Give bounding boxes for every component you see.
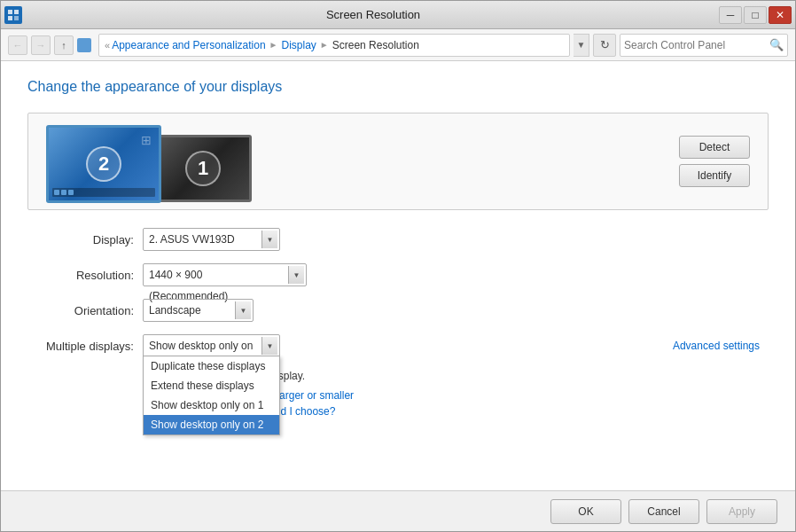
monitor-2[interactable]: 2 ⊞ [46, 125, 161, 203]
taskbar-dot-3 [68, 190, 74, 195]
titlebar: Screen Resolution ─ □ ✕ [1, 1, 795, 29]
multiple-displays-select[interactable]: Show desktop only on 2 ▼ [143, 334, 280, 357]
search-input[interactable] [624, 39, 769, 51]
maximize-button[interactable]: □ [744, 6, 767, 24]
monitors-container: 2 ⊞ 1 [46, 125, 252, 203]
refresh-button[interactable]: ↻ [593, 34, 616, 57]
cancel-button[interactable]: Cancel [628, 499, 699, 524]
search-box: 🔍 [620, 34, 788, 57]
resolution-arrow-icon: ▼ [288, 266, 304, 284]
identify-button[interactable]: Identify [679, 164, 750, 187]
multiple-label: Multiple displays: [27, 340, 143, 353]
breadcrumb: « Appearance and Personalization ► Displ… [98, 34, 570, 57]
breadcrumb-item-1[interactable]: Display [282, 39, 316, 51]
display-value: 2. ASUS VW193D [144, 229, 256, 250]
window: Screen Resolution ─ □ ✕ ← → ↑ « Appearan… [0, 0, 796, 532]
taskbar-dot-2 [61, 190, 66, 195]
resolution-row: Resolution: 1440 × 900 (Recommended) ▼ [27, 263, 769, 286]
svg-rect-3 [14, 16, 19, 20]
window-icon [4, 6, 22, 24]
display-label: Display: [27, 233, 143, 246]
bottom-bar: OK Cancel Apply [1, 490, 795, 531]
page-heading: Change the appearance of your displays [27, 79, 769, 95]
resolution-select[interactable]: 1440 × 900 (Recommended) ▼ [143, 263, 307, 286]
advanced-settings-link[interactable]: Advanced settings [673, 340, 760, 352]
orientation-select[interactable]: Landscape ▼ [143, 299, 254, 322]
dropdown-item-2[interactable]: Show desktop only on 1 [144, 395, 279, 415]
breadcrumb-item-2: Screen Resolution [332, 39, 419, 51]
resolution-label: Resolution: [27, 269, 143, 282]
breadcrumb-separator-1: ► [269, 40, 278, 50]
orientation-label: Orientation: [27, 304, 143, 317]
dropdown-item-0[interactable]: Duplicate these displays [144, 356, 279, 376]
display-select[interactable]: 2. ASUS VW193D ▼ [143, 228, 280, 251]
svg-rect-2 [8, 16, 12, 20]
breadcrumb-icon [77, 38, 91, 52]
minimize-button[interactable]: ─ [719, 6, 742, 24]
content-area: Change the appearance of your displays 2… [1, 61, 795, 490]
breadcrumb-dropdown[interactable]: ▼ [574, 34, 589, 57]
svg-rect-0 [8, 10, 12, 14]
breadcrumb-separator-2: ► [320, 40, 329, 50]
svg-rect-1 [14, 10, 19, 14]
resolution-value: 1440 × 900 (Recommended) [144, 264, 306, 286]
window-title: Screen Resolution [27, 8, 719, 21]
dropdown-item-3[interactable]: Show desktop only on 2 [144, 415, 279, 434]
multiple-arrow-icon: ▼ [261, 337, 277, 355]
display-row: Display: 2. ASUS VW193D ▼ [27, 228, 769, 251]
monitor-2-number: 2 [86, 146, 121, 182]
up-button[interactable]: ↑ [54, 35, 74, 55]
addressbar: ← → ↑ « Appearance and Personalization ►… [1, 29, 795, 61]
back-button[interactable]: ← [8, 35, 27, 55]
info-row: This is currently your main display. [27, 370, 769, 382]
monitor-taskbar [52, 188, 155, 197]
monitor-2-inner: 2 [86, 146, 121, 182]
monitor-area: 2 ⊞ 1 Detect Ident [27, 113, 769, 210]
orientation-arrow-icon: ▼ [235, 301, 251, 319]
detect-button[interactable]: Detect [679, 136, 750, 159]
apply-button[interactable]: Apply [706, 499, 777, 524]
ok-button[interactable]: OK [550, 499, 621, 524]
breadcrumb-sep0: « [105, 40, 110, 51]
display-arrow-icon: ▼ [261, 231, 277, 248]
monitor-1[interactable]: 1 [154, 135, 252, 202]
dropdown-item-1[interactable]: Extend these displays [144, 376, 279, 395]
monitor-buttons: Detect Identify [679, 136, 750, 187]
forward-button[interactable]: → [31, 35, 51, 55]
search-icon: 🔍 [769, 38, 784, 51]
titlebar-controls: ─ □ ✕ [719, 6, 792, 24]
multiple-displays-dropdown-container: Show desktop only on 2 ▼ Duplicate these… [143, 334, 280, 357]
orientation-row: Orientation: Landscape ▼ [27, 299, 769, 322]
multiple-displays-row: Multiple displays: Show desktop only on … [27, 334, 769, 357]
taskbar-dot-1 [54, 190, 59, 195]
multiple-displays-dropdown: Duplicate these displays Extend these di… [143, 356, 280, 435]
multiple-value: Show desktop only on 2 [144, 335, 279, 356]
monitor-grid-icon: ⊞ [141, 133, 152, 147]
close-button[interactable]: ✕ [769, 6, 792, 24]
orientation-value: Landscape [144, 300, 222, 321]
monitor-1-number: 1 [185, 151, 221, 186]
breadcrumb-item-0[interactable]: Appearance and Personalization [112, 39, 265, 51]
